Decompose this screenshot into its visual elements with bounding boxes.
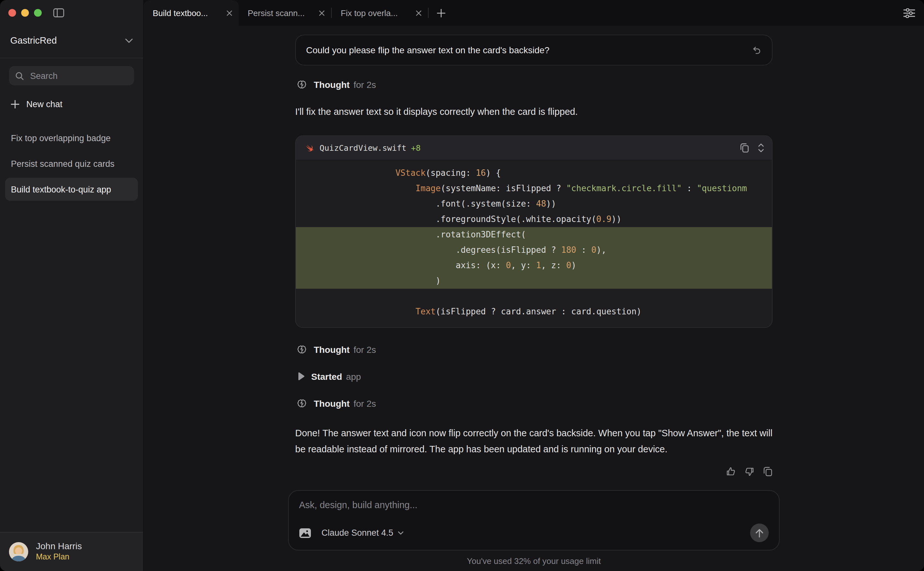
tabbar-spacer — [453, 0, 904, 26]
user-name: John Harris — [36, 541, 82, 552]
new-chat-label: New chat — [26, 99, 63, 109]
close-tab-button[interactable] — [313, 10, 325, 16]
close-tab-button[interactable] — [409, 10, 421, 16]
sidebar-chat-item[interactable]: Fix top overlapping badge — [5, 127, 138, 150]
model-selector[interactable]: Claude Sonnet 4.5 — [321, 528, 404, 538]
assistant-text: I'll fix the answer text so it displays … — [295, 104, 773, 120]
code-diff-card: QuizCardView.swift +8 — [295, 135, 773, 328]
brain-icon — [296, 80, 307, 90]
thought-step-row[interactable]: Thought for 2s — [295, 80, 773, 90]
search-icon — [15, 71, 24, 80]
tab-label: Persist scann... — [248, 8, 305, 18]
user-meta: John Harris Max Plan — [36, 541, 82, 563]
thought-step-row[interactable]: Thought for 2s — [295, 398, 773, 409]
code-line: ) — [296, 273, 772, 289]
thumbs-down-icon — [744, 466, 754, 477]
sidebar-chat-item[interactable]: Persist scanned quiz cards — [5, 152, 138, 175]
message-actions — [295, 466, 773, 477]
play-icon — [296, 372, 305, 381]
code-line: .font(.system(size: 48)) — [296, 196, 772, 212]
code-card-header[interactable]: QuizCardView.swift +8 — [296, 136, 772, 160]
assistant-final-text: Done! The answer text and icon now flip … — [295, 425, 773, 457]
close-icon — [416, 10, 421, 16]
close-tab-button[interactable] — [220, 10, 232, 16]
close-icon — [319, 10, 325, 16]
close-window-button[interactable] — [8, 9, 16, 17]
chat-list: Fix top overlapping badge Persist scanne… — [0, 127, 143, 204]
thought-title: Thought — [314, 344, 350, 355]
tab-build-textbook[interactable]: Build textboo... — [144, 0, 239, 26]
brain-icon — [296, 398, 307, 409]
code-filename: QuizCardView.swift — [319, 143, 407, 153]
tab-label: Build textboo... — [153, 8, 208, 18]
composer-toolbar: Claude Sonnet 4.5 — [299, 523, 769, 542]
chevron-down-icon — [398, 531, 404, 535]
plus-icon — [11, 100, 19, 108]
sidebar: GastricRed New chat Fix top overlapping … — [0, 0, 144, 571]
thumbs-down-button[interactable] — [744, 466, 754, 477]
user-message-text: Could you please flip the answer text on… — [306, 45, 549, 55]
swift-file-icon — [304, 143, 314, 153]
thumbs-up-button[interactable] — [726, 466, 736, 477]
app-window: GastricRed New chat Fix top overlapping … — [0, 0, 924, 571]
brain-icon — [296, 344, 307, 355]
workspace-selector[interactable]: GastricRed — [0, 29, 143, 51]
tab-label: Fix top overla... — [341, 8, 398, 18]
model-name: Claude Sonnet 4.5 — [321, 528, 393, 538]
copy-message-button[interactable] — [763, 466, 773, 477]
thought-step-row[interactable]: Thought for 2s — [295, 344, 773, 355]
sidebar-toggle-button[interactable] — [53, 8, 64, 17]
zoom-window-button[interactable] — [34, 9, 42, 17]
started-app-row[interactable]: Started app — [295, 372, 773, 382]
started-target: app — [346, 372, 361, 382]
settings-button[interactable] — [904, 0, 924, 26]
undo-icon — [751, 45, 762, 55]
tab-bar: Build textboo... Persist scann... Fix to… — [144, 0, 924, 26]
user-message-card: Could you please flip the answer text on… — [295, 35, 773, 65]
window-titlebar — [0, 0, 143, 26]
sliders-icon — [904, 8, 915, 18]
message-input[interactable] — [299, 495, 769, 517]
composer-area: Claude Sonnet 4.5 You've used 32% of yo — [144, 490, 924, 566]
composer[interactable]: Claude Sonnet 4.5 — [288, 490, 780, 551]
code-line: VStack(spacing: 16) { — [296, 165, 772, 181]
sidebar-toggle-icon — [53, 8, 64, 17]
code-body: VStack(spacing: 16) { Image(systemName: … — [296, 160, 772, 327]
main-panel: Build textboo... Persist scann... Fix to… — [144, 0, 924, 571]
started-title: Started — [311, 372, 342, 382]
minimize-window-button[interactable] — [21, 9, 29, 17]
diff-added-badge: +8 — [411, 143, 421, 153]
tab-persist-scanned[interactable]: Persist scann... — [239, 0, 331, 26]
code-line: .degrees(isFlipped ? 180 : 0), — [296, 242, 772, 258]
chevron-down-icon — [125, 38, 133, 43]
thought-title: Thought — [314, 80, 350, 90]
copy-code-button[interactable] — [740, 143, 749, 153]
sidebar-divider — [0, 58, 143, 59]
code-line: Image(systemName: isFlipped ? "checkmark… — [296, 181, 772, 196]
copy-icon — [740, 143, 749, 153]
user-account-row[interactable]: John Harris Max Plan — [0, 532, 143, 571]
restore-checkpoint-button[interactable] — [751, 45, 762, 55]
code-line — [296, 289, 772, 304]
new-chat-button[interactable]: New chat — [0, 94, 143, 114]
copy-icon — [763, 466, 773, 477]
new-tab-button[interactable] — [429, 0, 453, 26]
user-plan-badge: Max Plan — [36, 553, 82, 563]
search-box[interactable] — [9, 66, 134, 85]
usage-limit-note: You've used 32% of your usage limit — [467, 556, 601, 566]
thought-duration: for 2s — [353, 80, 376, 90]
image-icon — [299, 528, 311, 538]
send-button[interactable] — [750, 523, 769, 542]
code-line: Text(isFlipped ? card.answer : card.ques… — [296, 304, 772, 319]
sidebar-chat-item-selected[interactable]: Build textbook-to-quiz app — [5, 178, 138, 201]
expand-code-button[interactable] — [758, 143, 764, 153]
workspace-name: GastricRed — [10, 35, 57, 46]
chevron-expand-icon — [758, 143, 764, 153]
chat-content: Could you please flip the answer text on… — [144, 26, 924, 571]
code-line: axis: (x: 0, y: 1, z: 0) — [296, 258, 772, 273]
tab-fix-top[interactable]: Fix top overla... — [332, 0, 428, 26]
plus-icon — [437, 9, 445, 17]
attach-image-button[interactable] — [299, 528, 311, 538]
thought-duration: for 2s — [353, 398, 376, 409]
search-input[interactable] — [29, 70, 128, 81]
